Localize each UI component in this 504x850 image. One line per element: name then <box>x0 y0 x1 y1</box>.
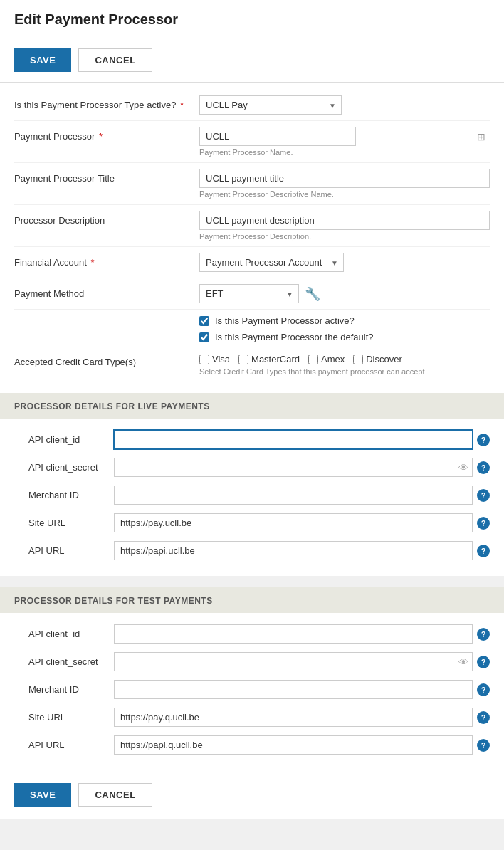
live-site-url-wrap: ? <box>114 513 490 532</box>
cc-visa-label: Visa <box>212 354 230 364</box>
live-api-url-input[interactable] <box>114 541 473 560</box>
cancel-button-bottom[interactable]: CANCEL <box>78 783 152 807</box>
test-section-title: PROCESSOR DETAILS FOR TEST PAYMENTS <box>14 596 490 606</box>
processor-desc-row: Processor Description Payment Processor … <box>14 205 490 247</box>
test-secret-icon: 👁 <box>458 656 468 668</box>
credit-card-options: Visa MasterCard Amex Discover Select Cre… <box>199 354 490 376</box>
active-type-select[interactable]: UCLL Pay <box>199 95 342 115</box>
processor-label: Payment Processor * <box>14 127 199 142</box>
processor-desc-input[interactable] <box>199 211 490 230</box>
cancel-button-top[interactable]: CANCEL <box>78 48 152 72</box>
test-api-url-help[interactable]: ? <box>477 739 490 752</box>
test-site-url-label: Site URL <box>28 712 114 723</box>
processor-desc-control: Payment Processor Description. <box>199 211 490 241</box>
processor-control: ⊞ Payment Processor Name. <box>199 127 490 157</box>
live-api-url-label: API URL <box>28 545 114 556</box>
live-section-group: PROCESSOR DETAILS FOR LIVE PAYMENTS API … <box>0 393 504 576</box>
live-api-client-secret-wrap: 👁 ? <box>114 458 490 477</box>
cc-visa-checkbox[interactable] <box>199 355 209 364</box>
processor-title-hint: Payment Processor Descriptive Name. <box>199 190 490 199</box>
test-section-group: PROCESSOR DETAILS FOR TEST PAYMENTS API … <box>0 587 504 770</box>
test-api-client-id-row: API client_id ? <box>28 620 490 648</box>
processor-input[interactable] <box>199 127 356 146</box>
page-header: Edit Payment Processor <box>0 0 504 38</box>
test-api-url-label: API URL <box>28 740 114 750</box>
wrench-icon[interactable]: 🔧 <box>305 286 320 302</box>
live-api-client-secret-input[interactable] <box>114 458 473 477</box>
is-active-checkbox[interactable] <box>199 316 209 326</box>
processor-hint: Payment Processor Name. <box>199 148 490 157</box>
live-site-url-help[interactable]: ? <box>477 517 490 530</box>
cc-discover-label: Discover <box>366 354 402 364</box>
secret-icon: 👁 <box>458 462 468 473</box>
test-merchant-id-wrap: ? <box>114 680 490 699</box>
live-merchant-id-label: Merchant ID <box>28 490 114 500</box>
cc-amex-checkbox[interactable] <box>308 355 318 364</box>
live-secret-relative: 👁 <box>114 458 473 477</box>
test-site-url-row: Site URL ? <box>28 703 490 731</box>
test-section-divider: PROCESSOR DETAILS FOR TEST PAYMENTS <box>0 587 504 613</box>
is-default-checkbox-row: Is this Payment Processor the default? <box>199 329 490 345</box>
live-api-client-id-wrap: ? <box>114 430 490 449</box>
cc-discover-checkbox[interactable] <box>353 355 363 364</box>
is-default-label: Is this Payment Processor the default? <box>215 332 374 342</box>
test-api-client-id-wrap: ? <box>114 624 490 644</box>
test-merchant-id-input[interactable] <box>114 680 473 699</box>
test-merchant-id-help[interactable]: ? <box>477 683 490 696</box>
processor-title-input[interactable] <box>199 169 490 188</box>
active-type-control: UCLL Pay ▼ <box>199 95 490 115</box>
live-details-section: API client_id ? API client_secret 👁 ? Me… <box>0 419 504 576</box>
live-site-url-row: Site URL ? <box>28 509 490 537</box>
cc-mastercard-checkbox[interactable] <box>238 355 248 364</box>
test-api-client-id-input[interactable] <box>114 624 473 644</box>
financial-account-control: Payment Processor Account ▼ <box>199 253 490 272</box>
test-api-client-secret-label: API client_secret <box>28 656 114 667</box>
cc-hint: Select Credit Card Types that this payme… <box>199 367 490 376</box>
test-details-section: API client_id ? API client_secret 👁 ? Me… <box>0 613 504 770</box>
is-default-checkbox[interactable] <box>199 332 209 342</box>
live-section-title: PROCESSOR DETAILS FOR LIVE PAYMENTS <box>14 402 490 411</box>
live-api-client-id-label: API client_id <box>28 434 114 445</box>
live-api-client-id-help[interactable]: ? <box>477 434 490 446</box>
live-merchant-id-row: Merchant ID ? <box>28 481 490 509</box>
cc-checkboxes: Visa MasterCard Amex Discover <box>199 354 490 364</box>
processor-title-control: Payment Processor Descriptive Name. <box>199 169 490 199</box>
credit-card-label: Accepted Credit Card Type(s) <box>14 354 199 367</box>
save-button-bottom[interactable]: SAVE <box>14 783 71 807</box>
live-api-client-secret-label: API client_secret <box>28 462 114 473</box>
live-api-client-id-row: API client_id ? <box>28 426 490 453</box>
processor-title-label: Payment Processor Title <box>14 169 199 184</box>
financial-account-select[interactable]: Payment Processor Account <box>199 253 344 272</box>
live-api-url-row: API URL ? <box>28 537 490 565</box>
live-merchant-id-input[interactable] <box>114 486 473 505</box>
processor-desc-hint: Payment Processor Description. <box>199 232 490 241</box>
live-api-url-help[interactable]: ? <box>477 545 490 557</box>
test-site-url-help[interactable]: ? <box>477 711 490 724</box>
test-merchant-id-row: Merchant ID ? <box>28 676 490 703</box>
financial-account-select-wrap: Payment Processor Account ▼ <box>199 253 344 272</box>
test-merchant-id-label: Merchant ID <box>28 684 114 695</box>
test-api-url-input[interactable] <box>114 735 473 755</box>
live-api-client-secret-help[interactable]: ? <box>477 461 490 474</box>
live-site-url-input[interactable] <box>114 513 473 532</box>
cc-amex-label: Amex <box>321 354 345 364</box>
active-type-select-wrap: UCLL Pay ▼ <box>199 95 342 115</box>
processor-desc-label: Processor Description <box>14 211 199 226</box>
main-form-section: Is this Payment Processor Type active? *… <box>0 83 504 393</box>
is-active-label: Is this Payment Processor active? <box>215 315 355 326</box>
top-toolbar: SAVE CANCEL <box>0 38 504 83</box>
processor-input-wrap: ⊞ <box>199 127 490 146</box>
test-site-url-wrap: ? <box>114 708 490 727</box>
save-button-top[interactable]: SAVE <box>14 48 71 72</box>
test-site-url-input[interactable] <box>114 708 473 727</box>
cc-visa: Visa <box>199 354 230 364</box>
payment-method-control: EFT ▼ 🔧 <box>199 284 490 303</box>
payment-method-row: Payment Method EFT ▼ 🔧 <box>14 278 490 310</box>
test-api-client-secret-input[interactable] <box>114 652 473 671</box>
test-api-client-secret-help[interactable]: ? <box>477 656 490 668</box>
test-api-client-id-help[interactable]: ? <box>477 628 490 641</box>
payment-method-select[interactable]: EFT <box>199 284 299 303</box>
live-api-client-id-input[interactable] <box>114 430 473 449</box>
credit-card-row: Accepted Credit Card Type(s) Visa Master… <box>14 348 490 382</box>
live-merchant-id-help[interactable]: ? <box>477 489 490 502</box>
